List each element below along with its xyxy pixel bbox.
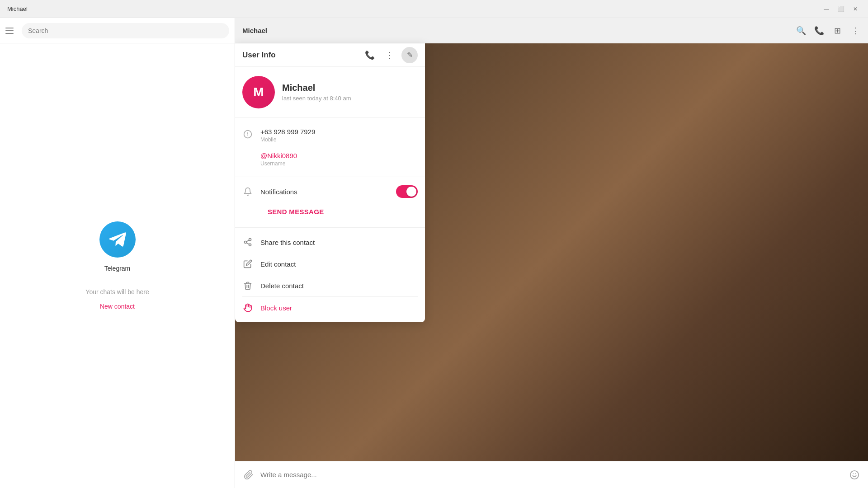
topbar-actions: 🔍 📞 ⊞ ⋮	[796, 25, 861, 36]
app-content: Telegram Your chats will be here New con…	[0, 18, 868, 488]
main-topbar: Michael 🔍 📞 ⊞ ⋮	[235, 18, 868, 43]
phone-number: +63 928 999 7929	[260, 128, 315, 136]
actions-section: Share this contact Edit contact	[235, 227, 425, 322]
phone-label: Mobile	[260, 136, 315, 143]
sidebar-header	[0, 18, 235, 43]
info-icon	[242, 129, 253, 140]
notifications-label: Notifications	[260, 188, 297, 196]
message-bar	[235, 461, 868, 488]
username-label: Username	[260, 160, 297, 167]
panel-title: User Info	[242, 51, 276, 60]
notifications-row: Notifications	[242, 181, 418, 202]
columns-topbar-button[interactable]: ⊞	[832, 25, 843, 36]
emoji-button[interactable]	[848, 469, 861, 481]
svg-line-7	[246, 240, 249, 241]
block-user-label: Block user	[260, 304, 292, 312]
telegram-logo	[99, 221, 136, 258]
edit-profile-button[interactable]: ✎	[401, 47, 418, 63]
more-topbar-button[interactable]: ⋮	[850, 25, 861, 36]
send-message-button[interactable]: SEND MESSAGE	[268, 208, 324, 216]
block-icon	[242, 302, 253, 313]
hamburger-line-2	[5, 30, 14, 31]
username-value[interactable]: @Nikki0890	[260, 152, 297, 160]
user-name: Michael	[282, 83, 351, 93]
user-status: last seen today at 8:40 am	[282, 95, 351, 102]
share-contact-label: Share this contact	[260, 239, 315, 246]
attach-icon[interactable]	[242, 469, 255, 481]
block-user-row[interactable]: Block user	[235, 297, 425, 319]
user-profile: M Michael last seen today at 8:40 am	[235, 67, 425, 118]
new-contact-link[interactable]: New contact	[100, 303, 135, 310]
delete-contact-row[interactable]: Delete contact	[235, 275, 425, 296]
user-info-text: Michael last seen today at 8:40 am	[282, 83, 351, 102]
share-contact-row[interactable]: Share this contact	[235, 231, 425, 253]
chat-title: Michael	[242, 27, 267, 34]
notif-left: Notifications	[242, 186, 297, 197]
phone-info-row: +63 928 999 7929 Mobile	[242, 123, 418, 147]
search-topbar-button[interactable]: 🔍	[796, 25, 807, 36]
svg-line-6	[246, 243, 249, 244]
bell-icon	[242, 186, 253, 197]
hamburger-line-3	[5, 33, 14, 34]
app-window: Michael — ⬜ ✕	[0, 0, 868, 488]
message-input[interactable]	[260, 471, 843, 479]
chats-placeholder: Your chats will be here	[85, 288, 149, 296]
telegram-icon	[106, 228, 129, 251]
close-button[interactable]: ✕	[850, 4, 861, 14]
more-menu-button[interactable]: ⋮	[382, 47, 398, 63]
hamburger-line-1	[5, 28, 14, 28]
search-input[interactable]	[28, 27, 223, 34]
minimize-button[interactable]: —	[821, 4, 832, 14]
menu-button[interactable]	[5, 25, 16, 36]
window-title: Michael	[7, 5, 28, 12]
maximize-button[interactable]: ⬜	[835, 4, 846, 14]
notifications-section: Notifications SEND MESSAGE	[235, 177, 425, 227]
panel-header: User Info 📞 ⋮ ✎	[235, 43, 425, 67]
title-bar: Michael — ⬜ ✕	[0, 0, 868, 18]
panel-header-actions: 📞 ⋮ ✎	[362, 47, 418, 63]
edit-contact-row[interactable]: Edit contact	[235, 253, 425, 275]
sidebar: Telegram Your chats will be here New con…	[0, 18, 235, 488]
telegram-label: Telegram	[104, 265, 131, 272]
edit-icon	[242, 258, 253, 269]
svg-point-8	[850, 470, 859, 479]
notifications-toggle[interactable]	[396, 185, 418, 198]
delete-contact-label: Delete contact	[260, 282, 304, 290]
toggle-knob	[406, 187, 416, 197]
title-bar-controls: — ⬜ ✕	[821, 4, 861, 14]
contact-info: +63 928 999 7929 Mobile @Nikki0890 Usern…	[235, 118, 425, 177]
username-icon-placeholder	[242, 153, 253, 164]
main-area: Michael 🔍 📞 ⊞ ⋮ User Info 📞 ⋮ ✎	[235, 18, 868, 488]
user-info-panel: User Info 📞 ⋮ ✎ M Michael last seen toda…	[235, 43, 425, 322]
call-button[interactable]: 📞	[362, 47, 378, 63]
phone-info-content: +63 928 999 7929 Mobile	[260, 128, 315, 143]
sidebar-body: Telegram Your chats will be here New con…	[0, 43, 235, 488]
username-info-row: @Nikki0890 Username	[242, 147, 418, 171]
search-box	[22, 23, 229, 38]
user-avatar: M	[242, 76, 275, 108]
share-icon	[242, 237, 253, 248]
send-message-row: SEND MESSAGE	[242, 202, 418, 223]
phone-topbar-button[interactable]: 📞	[814, 25, 825, 36]
delete-icon	[242, 280, 253, 291]
edit-contact-label: Edit contact	[260, 260, 296, 268]
username-info-content: @Nikki0890 Username	[260, 152, 297, 167]
